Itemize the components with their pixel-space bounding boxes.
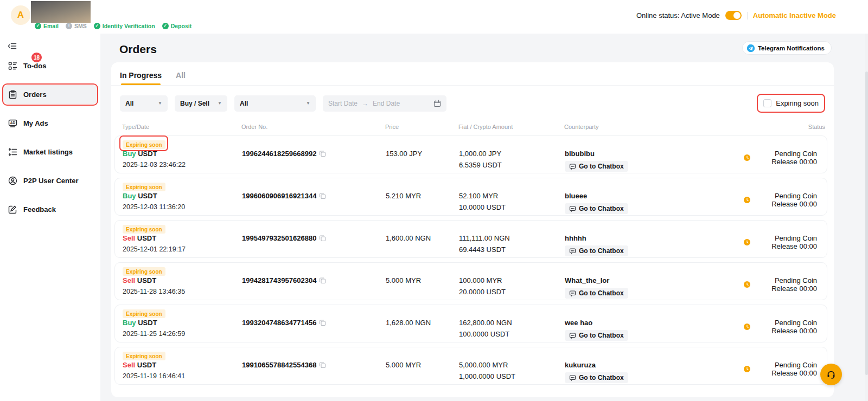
headset-icon: [826, 370, 836, 379]
sidebar-item-feedback[interactable]: Feedback: [3, 200, 97, 219]
exclamation-icon: !: [66, 23, 72, 29]
expiring-soon-checkbox[interactable]: [763, 99, 771, 107]
sidebar-collapse-icon[interactable]: [8, 41, 17, 51]
scrollbar-thumb[interactable]: [865, 72, 868, 375]
order-row[interactable]: Expiring soon Buy USDT 2025-11-25 14:26:…: [114, 305, 827, 342]
sidebar-item-todos[interactable]: To-dos 18: [3, 56, 97, 75]
sidebar-item-p2p-user-center[interactable]: P2P User Center: [3, 171, 97, 190]
go-to-chatbox-button[interactable]: Go to Chatbox: [565, 330, 628, 341]
cell-status: Pending Coin Release 00:00: [744, 150, 821, 166]
go-to-chatbox-button[interactable]: Go to Chatbox: [565, 288, 628, 299]
go-to-chatbox-button[interactable]: Go to Chatbox: [565, 203, 628, 214]
customer-support-button[interactable]: [820, 364, 842, 385]
cell-price: 5.000 MYR: [386, 361, 459, 369]
order-number: 1994281743957602304: [242, 276, 316, 284]
copy-icon[interactable]: [319, 319, 326, 326]
order-row[interactable]: Expiring soon Sell USDT 2025-12-01 22:19…: [114, 220, 827, 258]
cell-order-no: 1995497932501626880: [242, 234, 386, 242]
feedback-icon: [8, 205, 17, 214]
order-asset: USDT: [138, 192, 157, 200]
copy-icon[interactable]: [319, 235, 326, 242]
chatbox-button-label: Go to Chatbox: [579, 205, 624, 212]
expiring-soon-tag-wrap: Expiring soon: [123, 266, 165, 275]
cell-amount: 1,000.00 JPY 6.5359 USDT: [459, 150, 565, 169]
verification-badges: ✓ Email ! SMS ✓ Identity Verification ✓ …: [35, 23, 192, 29]
order-asset: USDT: [137, 234, 156, 242]
avatar[interactable]: A: [11, 5, 30, 25]
cell-price: 1,628.00 NGN: [386, 319, 459, 327]
sidebar-item-market-listings[interactable]: Market listings: [3, 143, 97, 161]
expiring-soon-tag: Expiring soon: [123, 352, 165, 360]
cell-amount: 111,111.00 NGN 69.4443 USDT: [459, 234, 565, 254]
type-filter-dropdown[interactable]: All ▼: [120, 95, 168, 112]
cell-counterparty: blueee Go to Chatbox: [565, 192, 744, 215]
end-date-input[interactable]: End Date: [373, 100, 400, 107]
crypto-amount: 69.4443 USDT: [459, 245, 565, 254]
sidebar-item-orders[interactable]: Orders: [3, 85, 97, 104]
expiring-soon-tag: Expiring soon: [123, 225, 165, 234]
cell-price: 153.00 JPY: [386, 150, 459, 158]
online-status-toggle[interactable]: [725, 11, 742, 20]
telegram-notifications-button[interactable]: Telegram Notifications: [742, 41, 832, 55]
go-to-chatbox-button[interactable]: Go to Chatbox: [565, 245, 628, 256]
copy-icon[interactable]: [319, 361, 326, 368]
counterparty-name[interactable]: hhhhh: [565, 234, 744, 242]
copy-icon[interactable]: [319, 277, 326, 284]
copy-icon[interactable]: [319, 150, 326, 157]
chat-bubble-icon: [569, 163, 576, 170]
order-number: 1991065578842554368: [242, 361, 316, 369]
cell-counterparty: bibubibu Go to Chatbox: [565, 150, 744, 172]
toggle-knob: [733, 12, 741, 19]
counterparty-name[interactable]: What_the_lor: [565, 276, 744, 284]
side-filter-value: Buy / Sell: [180, 100, 209, 107]
col-header-amount: Fiat / Crypto Amount: [458, 124, 564, 130]
main-content: Orders Telegram Notifications In Progres…: [100, 34, 868, 401]
scrollbar-track[interactable]: [865, 34, 868, 401]
fiat-amount: 162,800.00 NGN: [459, 319, 565, 327]
counterparty-name[interactable]: wee hao: [565, 319, 744, 327]
tab-all[interactable]: All: [176, 71, 186, 85]
start-date-input[interactable]: Start Date: [328, 100, 358, 107]
status-filter-value: All: [240, 100, 248, 107]
sidebar-item-my-ads[interactable]: AD My Ads: [3, 114, 97, 133]
sidebar-item-label: P2P User Center: [23, 177, 79, 185]
cell-price: 5.210 MYR: [386, 192, 459, 200]
order-status-text: Pending Coin Release 00:00: [754, 192, 817, 208]
tab-in-progress[interactable]: In Progress: [120, 71, 162, 85]
copy-icon[interactable]: [319, 192, 326, 199]
cell-type-date: Buy USDT 2025-11-25 14:26:59: [123, 319, 242, 338]
automatic-inactive-mode-link[interactable]: Automatic Inactive Mode: [753, 11, 836, 20]
cell-counterparty: What_the_lor Go to Chatbox: [565, 276, 744, 299]
cell-counterparty: wee hao Go to Chatbox: [565, 319, 744, 341]
cell-type-date: Sell USDT 2025-11-28 13:46:35: [123, 276, 242, 295]
counterparty-name[interactable]: blueee: [565, 192, 744, 200]
order-status-text: Pending Coin Release 00:00: [754, 150, 817, 166]
pending-clock-icon: [744, 366, 750, 372]
chat-bubble-icon: [569, 205, 576, 212]
telegram-icon: [747, 44, 755, 52]
go-to-chatbox-button[interactable]: Go to Chatbox: [565, 161, 628, 172]
expiring-soon-tag-wrap: Expiring soon: [123, 223, 165, 233]
side-filter-dropdown[interactable]: Buy / Sell ▼: [175, 95, 227, 112]
order-status-text: Pending Coin Release 00:00: [754, 319, 817, 335]
counterparty-name[interactable]: bibubibu: [565, 150, 744, 158]
orders-card: In Progress All All ▼ Buy / Sell ▼ All ▼…: [111, 62, 834, 397]
order-side: Sell: [123, 361, 135, 369]
order-date: 2025-11-25 14:26:59: [123, 330, 242, 338]
status-filter-dropdown[interactable]: All ▼: [234, 95, 316, 112]
date-range-picker[interactable]: Start Date → End Date: [323, 95, 446, 112]
svg-text:AD: AD: [10, 121, 16, 125]
order-row[interactable]: Expiring soon Buy USDT 2025-12-03 23:46:…: [114, 135, 827, 173]
sidebar-item-label: Orders: [23, 90, 47, 99]
order-row[interactable]: Expiring soon Buy USDT 2025-12-03 11:36:…: [114, 178, 827, 216]
sidebar-item-label: Market listings: [23, 148, 73, 156]
cell-order-no: 1994281743957602304: [242, 276, 386, 284]
order-row[interactable]: Expiring soon Sell USDT 2025-11-19 16:46…: [114, 347, 827, 385]
go-to-chatbox-button[interactable]: Go to Chatbox: [565, 372, 628, 383]
check-icon: ✓: [94, 23, 100, 29]
order-row[interactable]: Expiring soon Sell USDT 2025-11-28 13:46…: [114, 262, 827, 300]
chat-bubble-icon: [569, 374, 576, 381]
crypto-amount: 10.0000 USDT: [459, 203, 565, 211]
expiring-soon-filter[interactable]: Expiring soon: [757, 95, 825, 112]
counterparty-name[interactable]: kukuruza: [565, 361, 744, 369]
